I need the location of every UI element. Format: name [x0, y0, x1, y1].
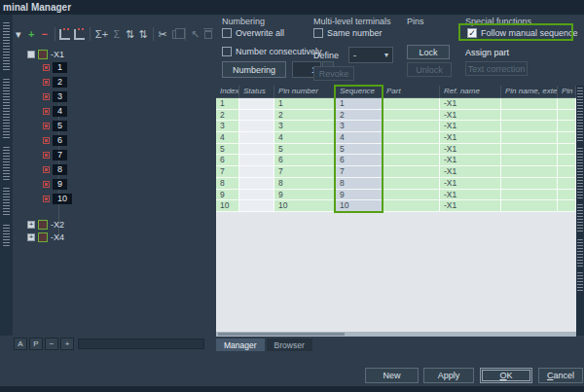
tree-pin-item[interactable]: 10 — [43, 193, 72, 204]
pointer-icon[interactable]: ↖ — [191, 26, 201, 42]
tree-node-x2[interactable]: +-X2 — [27, 219, 64, 231]
dropdown-caret-icon[interactable]: ▾ — [14, 26, 23, 42]
unlock-button[interactable]: Unlock — [407, 62, 452, 77]
table-row[interactable]: 101010-X1 — [216, 200, 576, 212]
table-cell-pin_name_external[interactable] — [501, 121, 558, 132]
vertical-tab[interactable] — [577, 204, 583, 233]
vertical-tab[interactable] — [3, 147, 10, 180]
checkbox-box[interactable]: ✓ — [467, 28, 477, 38]
table-cell-sequence[interactable]: 7 — [336, 166, 383, 178]
table-cell-part[interactable] — [383, 144, 440, 156]
tree-mode-p-button[interactable]: P — [29, 338, 43, 350]
column-header-index[interactable]: Index — [216, 86, 239, 97]
table-cell-pin_number[interactable]: 10 — [274, 200, 336, 212]
table-cell-status[interactable] — [239, 98, 274, 110]
table-cell-part[interactable] — [383, 190, 440, 201]
expand-icon[interactable]: + — [27, 221, 35, 229]
tree-pin-item[interactable]: 5 — [43, 120, 67, 131]
table-cell-index[interactable]: 6 — [216, 155, 239, 166]
sum-add-icon[interactable]: Σ+ — [95, 26, 108, 42]
table-cell-part[interactable] — [383, 155, 440, 166]
column-header-part[interactable]: Part — [383, 86, 440, 97]
table-cell-ref_name[interactable]: -X1 — [440, 98, 501, 110]
table-cell-index[interactable]: 1 — [216, 98, 239, 110]
table-cell-index[interactable]: 8 — [216, 178, 239, 190]
table-row[interactable]: 999-X1 — [216, 190, 576, 201]
table-cell-pin_name_internal[interactable] — [558, 155, 576, 166]
table-cell-pin_name_external[interactable] — [501, 132, 558, 144]
scrollbar-thumb[interactable] — [218, 333, 345, 336]
table-row[interactable]: 333-X1 — [216, 121, 576, 132]
expand-icon[interactable]: + — [27, 233, 35, 241]
cancel-button[interactable]: Cancel — [538, 368, 583, 383]
table-cell-ref_name[interactable]: -X1 — [440, 190, 501, 201]
renumber-options-icon[interactable]: ⇅ — [138, 26, 148, 42]
tab-browser[interactable]: Browser — [267, 339, 312, 351]
column-header-pin-name-in[interactable]: Pin name, in — [558, 86, 576, 97]
table-cell-sequence[interactable]: 5 — [336, 144, 383, 156]
table-row[interactable]: 666-X1 — [216, 155, 576, 166]
vertical-tab[interactable] — [577, 239, 583, 267]
table-cell-pin_number[interactable]: 8 — [274, 178, 336, 190]
expand-all-button[interactable]: + — [60, 338, 74, 350]
vertical-tab[interactable] — [3, 188, 10, 217]
table-cell-pin_name_external[interactable] — [501, 155, 558, 166]
table-row[interactable]: 555-X1 — [216, 144, 576, 156]
text-correction-button[interactable]: Text correction — [465, 61, 528, 76]
tree-pin-item[interactable]: 6 — [43, 134, 67, 146]
table-cell-pin_number[interactable]: 2 — [274, 110, 336, 122]
table-row[interactable]: 111-X1 — [216, 98, 576, 110]
apply-button[interactable]: Apply — [423, 368, 474, 383]
tree-node-x4[interactable]: +-X4 — [27, 232, 64, 243]
tree-filter-field[interactable] — [78, 339, 204, 349]
table-cell-sequence[interactable]: 9 — [336, 190, 383, 201]
table-cell-pin_name_external[interactable] — [501, 166, 558, 178]
table-cell-pin_number[interactable]: 9 — [274, 190, 336, 201]
table-cell-pin_name_internal[interactable] — [558, 132, 576, 144]
horizontal-scrollbar[interactable] — [216, 332, 576, 337]
cut-icon[interactable]: ✂ — [158, 26, 167, 42]
remove-terminal-icon[interactable]: − — [40, 26, 50, 42]
table-cell-pin_name_external[interactable] — [501, 110, 558, 122]
table-cell-ref_name[interactable]: -X1 — [440, 178, 501, 190]
table-cell-status[interactable] — [239, 200, 274, 212]
table-cell-sequence[interactable]: 10 — [336, 200, 383, 212]
copy-icon[interactable] — [171, 26, 181, 42]
table-cell-index[interactable]: 10 — [216, 200, 239, 212]
table-cell-pin_name_external[interactable] — [501, 178, 558, 190]
table-cell-pin_name_internal[interactable] — [558, 110, 576, 122]
vertical-tab[interactable] — [3, 22, 10, 71]
checkbox-box[interactable] — [222, 28, 232, 38]
vertical-tab[interactable] — [3, 79, 10, 139]
table-cell-part[interactable] — [383, 110, 440, 122]
column-header-status[interactable]: Status — [239, 86, 274, 97]
tree-pin-item[interactable]: 4 — [43, 105, 67, 117]
lock-button[interactable]: Lock — [407, 45, 450, 59]
table-cell-status[interactable] — [239, 190, 274, 201]
number-terminals-reverse-icon[interactable] — [74, 26, 85, 42]
delete-icon[interactable] — [203, 26, 213, 42]
table-cell-index[interactable]: 3 — [216, 121, 239, 132]
table-cell-part[interactable] — [383, 178, 440, 190]
number-terminals-icon[interactable] — [59, 26, 70, 42]
numbering-button[interactable]: Numbering — [222, 61, 286, 78]
tree-pin-item[interactable]: 2 — [43, 76, 67, 88]
table-cell-status[interactable] — [239, 121, 274, 132]
table-cell-index[interactable]: 7 — [216, 166, 239, 178]
define-dropdown[interactable]: - ▾ — [348, 47, 393, 63]
same-number-checkbox[interactable]: Same number — [313, 28, 383, 38]
table-cell-status[interactable] — [239, 110, 274, 122]
table-cell-pin_number[interactable]: 5 — [274, 144, 336, 156]
table-row[interactable]: 444-X1 — [216, 132, 576, 144]
table-cell-status[interactable] — [239, 178, 274, 190]
table-cell-pin_name_internal[interactable] — [558, 98, 576, 110]
column-header-pin-name-external[interactable]: Pin name, external — [501, 86, 558, 97]
table-cell-pin_name_internal[interactable] — [558, 200, 576, 212]
table-cell-part[interactable] — [383, 98, 440, 110]
tree-pin-item[interactable]: 3 — [43, 90, 67, 102]
follow-manual-sequence-checkbox[interactable]: ✓ Follow manual sequence — [467, 28, 578, 38]
table-cell-pin_name_external[interactable] — [501, 190, 558, 201]
table-cell-index[interactable]: 2 — [216, 110, 239, 122]
checkbox-box[interactable] — [222, 47, 232, 56]
table-cell-pin_name_internal[interactable] — [558, 178, 576, 190]
